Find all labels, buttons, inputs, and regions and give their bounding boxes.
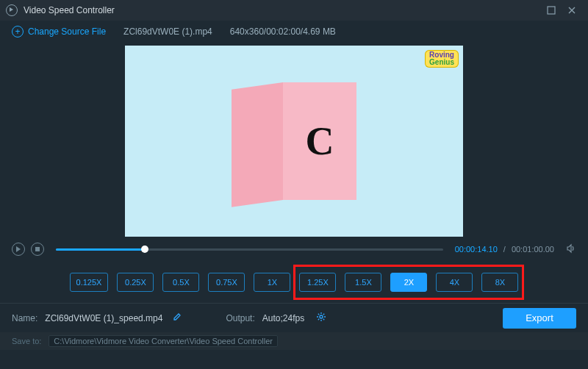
output-value: Auto;24fps (262, 313, 304, 323)
seek-thumb[interactable] (141, 246, 148, 253)
watermark-badge: Roving Genius (425, 50, 459, 68)
seek-slider[interactable] (56, 243, 443, 256)
source-filename: ZCl69dVtW0E (1).mp4 (123, 26, 212, 37)
change-source-label: Change Source File (28, 26, 106, 37)
current-time: 00:00:14.10 (455, 245, 498, 254)
svg-rect-1 (35, 247, 40, 251)
duration-time: 00:01:00.00 (512, 245, 554, 254)
speed-button-4x[interactable]: 4X (436, 273, 473, 292)
export-button[interactable]: Export (503, 308, 576, 329)
speed-button-0.25x[interactable]: 0.25X (117, 273, 154, 292)
speed-button-1x[interactable]: 1X (254, 273, 290, 292)
svg-point-2 (320, 315, 323, 318)
save-to-label: Save to: (12, 337, 41, 345)
name-label: Name: (12, 313, 37, 323)
stop-button[interactable] (31, 243, 44, 256)
output-label: Output: (226, 313, 254, 323)
plus-circle-icon: + (12, 26, 24, 37)
app-logo-icon (6, 4, 18, 16)
speed-options-row: 0.125X0.25X0.5X0.75X1X1.25X1.5X2X4X8X (0, 262, 588, 303)
window-title: Video Speed Controller (24, 5, 115, 15)
speed-button-1.5x[interactable]: 1.5X (345, 273, 381, 292)
svg-rect-0 (548, 7, 555, 14)
footer: Save to: C:\Vidmore\Vidmore Video Conver… (0, 332, 588, 350)
volume-icon[interactable] (566, 243, 576, 255)
video-preview[interactable]: Roving Genius C (125, 46, 463, 237)
speed-button-0.125x[interactable]: 0.125X (70, 273, 109, 292)
book-graphic: C (232, 82, 356, 200)
speed-button-8x[interactable]: 8X (481, 273, 518, 292)
titlebar: Video Speed Controller (0, 0, 588, 21)
speed-button-0.5x[interactable]: 0.5X (162, 273, 199, 292)
preview-area: Roving Genius C (0, 43, 588, 237)
edit-name-icon[interactable] (173, 312, 182, 323)
toolbar: + Change Source File ZCl69dVtW0E (1).mp4… (0, 21, 588, 43)
minimize-button[interactable] (541, 3, 562, 18)
book-letter: C (306, 118, 334, 164)
output-settings-icon[interactable] (316, 312, 326, 324)
save-to-path[interactable]: C:\Vidmore\Vidmore Video Converter\Video… (49, 335, 278, 347)
output-bar: Name: ZCl69dVtW0E (1)_speed.mp4 Output: … (0, 303, 588, 332)
watermark-line2: Genius (429, 59, 454, 66)
source-info: 640x360/00:02:00/4.69 MB (230, 26, 336, 37)
speed-button-2x[interactable]: 2X (390, 273, 427, 292)
speed-button-1.25x[interactable]: 1.25X (299, 273, 336, 292)
close-button[interactable] (562, 3, 582, 18)
seek-fill (56, 248, 145, 251)
speed-button-0.75x[interactable]: 0.75X (208, 273, 245, 292)
play-button[interactable] (12, 243, 25, 256)
time-separator: / (503, 245, 506, 254)
name-value: ZCl69dVtW0E (1)_speed.mp4 (45, 313, 162, 323)
playback-controls: 00:00:14.10/00:01:00.00 (0, 237, 588, 262)
change-source-button[interactable]: + Change Source File (12, 26, 106, 37)
